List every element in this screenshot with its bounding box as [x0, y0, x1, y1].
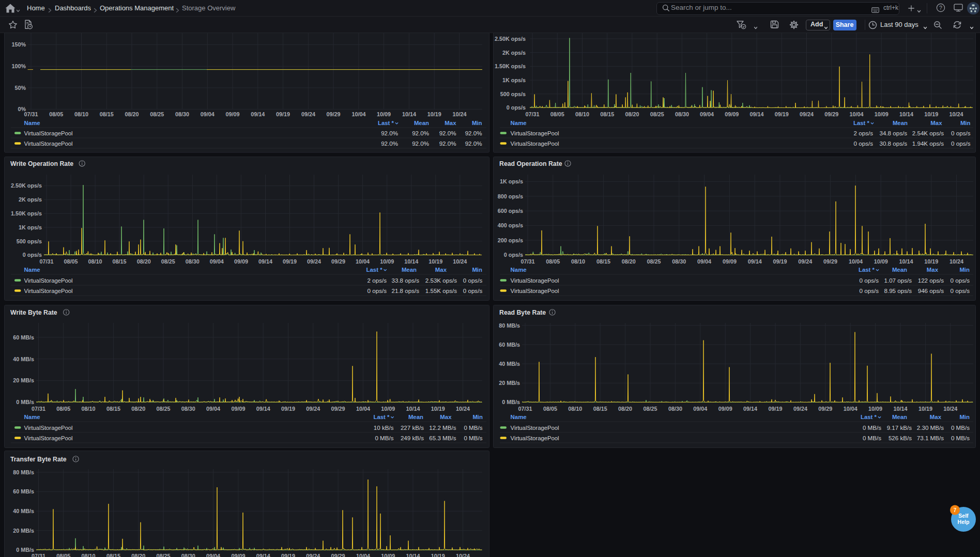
- svg-text:VirtualStoragePool: VirtualStoragePool: [511, 277, 559, 284]
- svg-text:10/09: 10/09: [381, 553, 395, 557]
- svg-text:09/19: 09/19: [775, 111, 789, 117]
- svg-text:08/15: 08/15: [106, 553, 120, 557]
- svg-text:08/10: 08/10: [575, 111, 589, 117]
- svg-text:1.50K ops/s: 1.50K ops/s: [495, 63, 526, 69]
- svg-text:09/24: 09/24: [798, 258, 812, 265]
- svg-text:1K ops/s: 1K ops/s: [500, 178, 523, 184]
- svg-text:09/19: 09/19: [773, 258, 787, 265]
- svg-text:Self: Self: [958, 513, 969, 519]
- svg-text:80 MB/s: 80 MB/s: [499, 322, 520, 329]
- svg-text:08/25: 08/25: [643, 406, 657, 412]
- svg-text:Max: Max: [440, 414, 452, 420]
- svg-text:8.95 ops/s: 8.95 ops/s: [884, 287, 912, 294]
- svg-text:0 MB/s: 0 MB/s: [464, 424, 482, 431]
- svg-text:1.07 ops/s: 1.07 ops/s: [884, 277, 912, 284]
- svg-text:08/25: 08/25: [156, 553, 170, 557]
- svg-text:10/04: 10/04: [844, 406, 858, 412]
- svg-text:08/15: 08/15: [106, 406, 120, 412]
- svg-text:40 MB/s: 40 MB/s: [13, 508, 34, 514]
- svg-text:0 ops/s: 0 ops/s: [860, 277, 879, 284]
- svg-text:09/24: 09/24: [307, 258, 321, 265]
- svg-text:VirtualStoragePool: VirtualStoragePool: [511, 141, 559, 147]
- svg-text:10/19: 10/19: [427, 111, 441, 117]
- svg-text:10/24: 10/24: [950, 258, 963, 265]
- svg-text:Min: Min: [960, 120, 971, 126]
- svg-text:08/30: 08/30: [181, 406, 195, 412]
- svg-text:40 MB/s: 40 MB/s: [499, 361, 520, 367]
- svg-text:09/09: 09/09: [231, 553, 245, 557]
- svg-text:92.0%: 92.0%: [439, 130, 456, 136]
- svg-text:9.17 kB/s: 9.17 kB/s: [887, 424, 912, 431]
- svg-text:0 ops/s: 0 ops/s: [951, 140, 971, 147]
- svg-text:Max: Max: [927, 267, 939, 273]
- svg-text:Last *: Last *: [378, 120, 394, 126]
- svg-text:2 ops/s: 2 ops/s: [368, 277, 387, 284]
- svg-text:10/04: 10/04: [849, 258, 863, 265]
- svg-text:09/29: 09/29: [818, 406, 832, 412]
- svg-text:10/24: 10/24: [453, 258, 467, 265]
- svg-text:0 ops/s: 0 ops/s: [854, 140, 874, 147]
- svg-text:92.0%: 92.0%: [381, 130, 398, 136]
- svg-text:VirtualStoragePool: VirtualStoragePool: [24, 130, 73, 136]
- svg-text:09/29: 09/29: [331, 553, 345, 557]
- svg-text:08/05: 08/05: [56, 553, 70, 557]
- svg-text:1.50K ops/s: 1.50K ops/s: [11, 210, 42, 216]
- svg-text:Read Operation Rate: Read Operation Rate: [499, 160, 562, 167]
- svg-text:VirtualStoragePool: VirtualStoragePool: [24, 141, 73, 147]
- svg-text:07/31: 07/31: [518, 406, 532, 412]
- svg-text:Max: Max: [930, 120, 942, 126]
- svg-text:30.8 ops/s: 30.8 ops/s: [880, 140, 908, 147]
- svg-text:Mean: Mean: [414, 120, 429, 126]
- svg-text:40 MB/s: 40 MB/s: [13, 356, 34, 362]
- svg-text:09/29: 09/29: [327, 111, 341, 117]
- svg-text:0 MB/s: 0 MB/s: [16, 399, 34, 405]
- svg-text:150%: 150%: [11, 41, 26, 48]
- svg-text:0 MB/s: 0 MB/s: [16, 547, 34, 553]
- svg-text:08/05: 08/05: [550, 111, 564, 117]
- svg-text:10/19: 10/19: [431, 406, 445, 412]
- svg-text:Name: Name: [24, 120, 40, 126]
- svg-text:10/04: 10/04: [356, 406, 370, 412]
- svg-text:10/14: 10/14: [899, 111, 913, 117]
- svg-text:10/19: 10/19: [924, 111, 938, 117]
- svg-text:08/20: 08/20: [131, 553, 145, 557]
- svg-text:7: 7: [954, 507, 957, 513]
- svg-text:946 ops/s: 946 ops/s: [918, 287, 944, 294]
- svg-text:Read Byte Rate: Read Byte Rate: [499, 309, 546, 316]
- svg-text:92.0%: 92.0%: [465, 140, 482, 147]
- svg-text:Max: Max: [435, 267, 447, 273]
- svg-text:10/24: 10/24: [949, 111, 963, 117]
- svg-text:2.53K ops/s: 2.53K ops/s: [425, 277, 457, 284]
- svg-text:08/15: 08/15: [596, 258, 610, 265]
- svg-text:Mean: Mean: [893, 120, 908, 126]
- svg-text:Last *: Last *: [853, 120, 870, 126]
- svg-text:92.0%: 92.0%: [381, 140, 398, 147]
- svg-text:10/04: 10/04: [356, 258, 370, 265]
- svg-text:08/05: 08/05: [64, 258, 78, 265]
- svg-text:08/30: 08/30: [668, 406, 682, 412]
- svg-text:Name: Name: [511, 120, 527, 126]
- svg-text:09/29: 09/29: [331, 406, 345, 412]
- svg-text:65.3 MB/s: 65.3 MB/s: [429, 435, 456, 441]
- svg-text:10/19: 10/19: [924, 258, 938, 265]
- svg-text:249 kB/s: 249 kB/s: [401, 435, 424, 441]
- svg-text:92.0%: 92.0%: [412, 140, 429, 147]
- svg-text:VirtualStoragePool: VirtualStoragePool: [24, 425, 73, 431]
- svg-text:08/30: 08/30: [175, 111, 189, 117]
- svg-text:10/14: 10/14: [404, 258, 418, 265]
- svg-text:Name: Name: [24, 414, 40, 420]
- svg-text:Help: Help: [958, 519, 970, 525]
- svg-text:09/09: 09/09: [231, 406, 245, 412]
- svg-text:08/15: 08/15: [113, 258, 127, 265]
- svg-text:09/04: 09/04: [210, 258, 224, 265]
- svg-text:10/04: 10/04: [356, 553, 370, 557]
- svg-text:07/31: 07/31: [525, 111, 539, 117]
- svg-text:09/14: 09/14: [251, 111, 265, 117]
- svg-text:08/10: 08/10: [74, 111, 88, 117]
- svg-text:08/20: 08/20: [622, 258, 636, 265]
- svg-text:Min: Min: [472, 267, 482, 273]
- svg-text:10/24: 10/24: [452, 111, 466, 117]
- svg-text:20 MB/s: 20 MB/s: [499, 380, 520, 386]
- svg-text:09/19: 09/19: [281, 406, 295, 412]
- svg-text:1.94K ops/s: 1.94K ops/s: [912, 140, 944, 147]
